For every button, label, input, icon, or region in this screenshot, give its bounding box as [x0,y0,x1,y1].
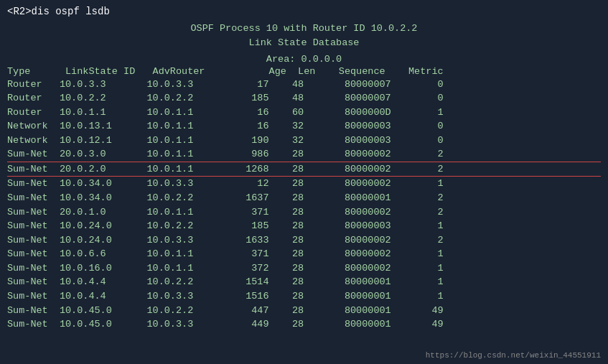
table-row: Sum-Net 10.0.24.0 10.0.2.2 185 28 800000… [7,219,601,233]
table-row: Sum-Net 20.0.2.0 10.0.1.1 1268 28 800000… [7,162,601,177]
table-row: Router 10.0.1.1 10.0.1.1 16 60 8000000D … [7,106,601,120]
table-row: Sum-Net 10.0.34.0 10.0.2.2 1637 28 80000… [7,191,601,205]
table-row: Router 10.0.2.2 10.0.2.2 185 48 80000007… [7,91,601,106]
area-line: Area: 0.0.0.0 [7,54,601,65]
table-row: Sum-Net 10.0.45.0 10.0.2.2 447 28 800000… [7,304,601,318]
header-line2: Link State Database [7,36,601,50]
table-row: Sum-Net 10.0.45.0 10.0.3.3 449 28 800000… [7,317,601,332]
table-row: Sum-Net 20.0.3.0 10.0.1.1 986 28 8000000… [7,147,601,162]
table-row: Sum-Net 10.0.4.4 10.0.2.2 1514 28 800000… [7,275,601,289]
table-row: Sum-Net 10.0.6.6 10.0.1.1 371 28 8000000… [7,247,601,261]
column-headers: Type LinkState ID AdvRouter Age Len Sequ… [7,66,601,77]
table-row: Sum-Net 10.0.34.0 10.0.3.3 12 28 8000000… [7,177,601,191]
table-row: Sum-Net 10.0.24.0 10.0.3.3 1633 28 80000… [7,233,601,248]
table-row: Router 10.0.3.3 10.0.3.3 17 48 80000007 … [7,78,601,92]
header-line1: OSPF Process 10 with Router ID 10.0.2.2 [7,22,601,36]
table-row: Sum-Net 20.0.1.0 10.0.1.1 371 28 8000000… [7,205,601,220]
table-row: Network 10.0.12.1 10.0.1.1 190 32 800000… [7,134,601,148]
data-rows: Router 10.0.3.3 10.0.3.3 17 48 80000007 … [7,78,601,332]
command-line: <R2>dis ospf lsdb [7,6,601,17]
table-row: Sum-Net 10.0.4.4 10.0.3.3 1516 28 800000… [7,289,601,304]
terminal: <R2>dis ospf lsdb OSPF Process 10 with R… [0,0,608,364]
table-row: Sum-Net 10.0.16.0 10.0.1.1 372 28 800000… [7,261,601,276]
table-row: Network 10.0.13.1 10.0.1.1 16 32 8000000… [7,119,601,134]
ospf-header: OSPF Process 10 with Router ID 10.0.2.2 … [7,22,601,51]
watermark: https://blog.csdn.net/weixin_44551911 [426,351,601,360]
